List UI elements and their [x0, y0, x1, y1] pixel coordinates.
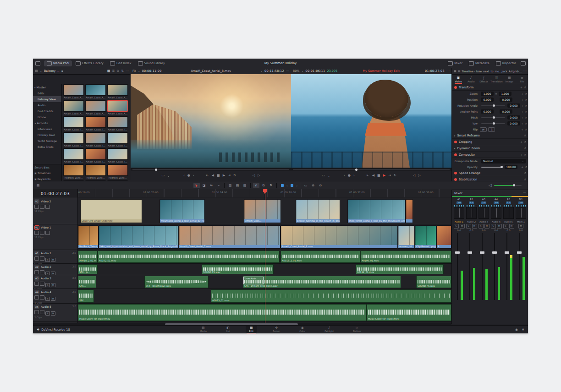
reset-icon[interactable]: ↺ [524, 140, 526, 143]
mute-button[interactable]: M [518, 224, 523, 229]
pan-control[interactable] [454, 207, 464, 219]
add-keyframe-icon[interactable]: + [521, 104, 523, 107]
add-keyframe-icon[interactable]: + [521, 165, 523, 169]
go-to-end-icon[interactable]: ⇥ [388, 174, 391, 177]
top-button-metadata[interactable]: Metadata [466, 60, 492, 66]
timeline-options-icon[interactable]: ▤ [35, 183, 41, 188]
linked-selection-icon[interactable]: ⧉ [260, 183, 267, 188]
more-options-icon[interactable]: ⋯ [523, 70, 527, 73]
reset-icon[interactable]: ↺ [525, 110, 527, 113]
slider-track[interactable] [481, 105, 505, 106]
add-icon[interactable]: + [520, 153, 522, 156]
clip-thumbnail[interactable] [85, 132, 106, 144]
media-clip-15[interactable]: Redrock_Land... [63, 164, 84, 179]
add-keyframe-icon[interactable]: + [521, 92, 523, 95]
waveform-icon[interactable] [40, 256, 44, 261]
add-keyframe-icon[interactable]: + [521, 110, 523, 113]
tab-video[interactable]: ▣Video [452, 75, 465, 84]
mixer-strip-a5[interactable]: A52.0Audio 5SM0.0 [503, 198, 514, 301]
slider-knob[interactable] [493, 122, 495, 125]
tab-transition[interactable]: ◫Transition [490, 75, 503, 84]
lock-icon[interactable] [34, 295, 39, 299]
media-clip-13[interactable]: Amalfi_Coast_T... [85, 148, 106, 163]
track-badge[interactable]: V1 [34, 225, 39, 230]
bin-item-airports[interactable]: ▸Airports [33, 120, 61, 126]
fader-handle[interactable] [492, 251, 497, 254]
media-clip-10[interactable]: Amalfi_Coast_T... [85, 132, 106, 147]
fader-handle[interactable] [480, 251, 484, 254]
viewer-mode-icon[interactable]: ▭ [322, 174, 325, 177]
flip-vertical-button[interactable]: ⇅ [488, 127, 495, 132]
go-to-start-icon[interactable]: ⇤ [367, 174, 369, 177]
mute-button[interactable]: M [460, 224, 465, 229]
more-options-icon[interactable]: ⋯ [286, 70, 289, 73]
x-value-field[interactable]: 1.000 [481, 92, 494, 96]
section-toggle[interactable] [454, 141, 457, 143]
timeline-clip-audio[interactable]: SOUND FX.wav [416, 276, 451, 288]
mute-button[interactable]: M [51, 258, 55, 262]
solo-button[interactable]: S [478, 224, 484, 229]
x-value-field[interactable]: 0.000 [481, 98, 494, 102]
pan-control[interactable] [516, 207, 526, 219]
crossfade-overlay[interactable]: Cross Fade [243, 277, 264, 284]
media-clip-4[interactable]: Amalfi_Coast_A... [85, 100, 106, 115]
replace-clip-icon[interactable]: ▧ [242, 183, 248, 188]
section-composite[interactable]: Composite+↺ [452, 152, 528, 158]
clip-thumbnail[interactable] [85, 164, 106, 176]
solo-button[interactable]: S [45, 258, 50, 262]
solo-button[interactable]: S [503, 224, 508, 229]
waveform-icon[interactable] [40, 310, 44, 314]
pan-control[interactable] [503, 207, 514, 219]
mark-out-icon[interactable]: ▷ [258, 174, 260, 177]
timeline-clip-video[interactable]: RedRock_Talent_7... [78, 225, 99, 249]
jog-right-icon[interactable]: › [353, 174, 355, 177]
timeline-clip-video[interactable]: lake_next_to_mountains_and_trees_aerial_… [99, 225, 179, 249]
track-badge[interactable]: V2 [34, 199, 39, 204]
top-button-inspector[interactable]: Inspector [493, 60, 519, 66]
marker-icon[interactable] [279, 183, 286, 188]
timeline-clip-video[interactable]: Clip-Reveal...png [415, 225, 436, 249]
waveform-icon[interactable] [40, 295, 44, 299]
page-tab-cut[interactable]: ◧Cut [222, 326, 234, 333]
trim-edit-tool[interactable]: ◪ [201, 183, 207, 188]
reset-icon[interactable]: ↺ [524, 86, 526, 89]
pan-control[interactable] [466, 207, 477, 219]
track-header-a4[interactable]: A4Audio 42.0SM4 Clips [33, 289, 77, 304]
pan-control[interactable] [491, 207, 501, 219]
timeline-viewer-scrubber[interactable] [291, 168, 451, 171]
channel-fader[interactable] [491, 232, 501, 301]
x-value-field[interactable]: 0.000 [481, 109, 494, 114]
channel-fader[interactable] [504, 232, 513, 301]
reset-icon[interactable]: ↺ [525, 128, 527, 131]
clip-thumbnail[interactable] [63, 84, 84, 96]
clip-thumbnail[interactable] [63, 148, 84, 160]
solo-button[interactable]: S [45, 311, 50, 316]
mute-button[interactable]: M [484, 224, 490, 229]
jog-left-icon[interactable]: ‹ [183, 174, 185, 177]
slider-knob[interactable] [493, 116, 495, 119]
mixer-strip-a3[interactable]: A32.0Audio 3SM0.0 [478, 198, 490, 301]
chevron-down-icon[interactable]: ⌄ [167, 174, 170, 177]
chevron-down-icon[interactable]: ⌄ [328, 174, 330, 177]
clip-thumbnail[interactable] [85, 116, 106, 128]
waveform-icon[interactable] [40, 282, 44, 286]
channel-fader[interactable] [479, 232, 489, 301]
transform-toggle[interactable] [454, 86, 457, 89]
reset-icon[interactable]: ↺ [524, 171, 526, 174]
mixer-strip-a2[interactable]: A22.0Audio 2SM0.0 [466, 198, 477, 301]
jog-icon[interactable]: ● [187, 174, 190, 177]
lock-icon[interactable] [34, 282, 39, 286]
auto-select-icon[interactable] [40, 231, 44, 235]
track-badge[interactable]: A3 [34, 276, 39, 281]
clip-thumbnail[interactable] [107, 84, 128, 96]
y-value-field[interactable]: 1.000 [499, 92, 512, 96]
playhead-marker[interactable] [263, 189, 267, 192]
solo-button[interactable]: S [45, 283, 50, 287]
timeline-clip-video[interactable]: A... [436, 225, 451, 249]
flip-horizontal-button[interactable]: ⇄ [480, 127, 487, 132]
media-clip-3[interactable]: Amalfi_Coast_A... [63, 100, 84, 115]
audio-monitor-icon[interactable]: ◁) [487, 183, 494, 188]
y-value-field[interactable]: 0.000 [500, 109, 512, 114]
clip-mini-icon[interactable]: ▤ [458, 70, 461, 72]
mark-out-icon[interactable]: ▷ [418, 174, 420, 177]
